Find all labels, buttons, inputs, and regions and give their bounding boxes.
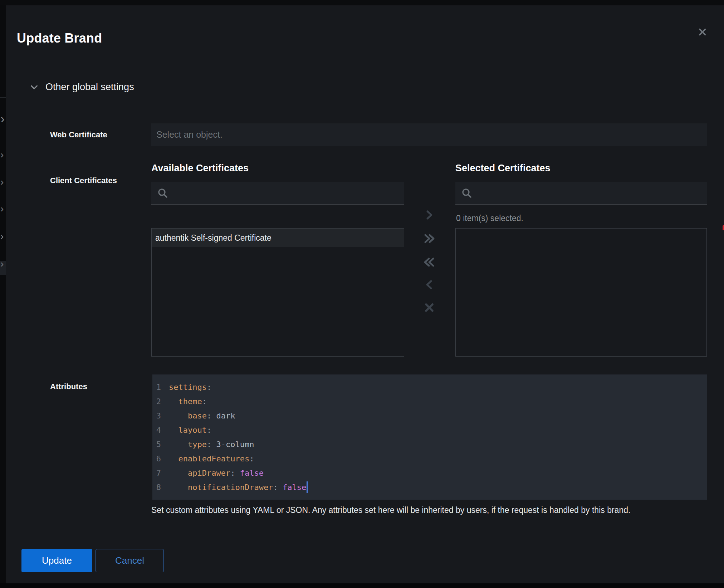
code-line: 3 base: dark xyxy=(152,409,707,423)
line-number: 5 xyxy=(152,437,169,452)
line-number: 2 xyxy=(152,395,169,409)
selected-certificates-title: Selected Certificates xyxy=(455,163,551,174)
code-text: layout: xyxy=(169,423,211,437)
code-line: 5 type: 3-column xyxy=(152,437,707,452)
move-all-right-button[interactable] xyxy=(419,228,440,249)
available-certificate-item[interactable]: authentik Self-signed Certificate xyxy=(152,229,404,247)
chevron-fragment-icon: › xyxy=(0,260,4,268)
chevron-down-icon xyxy=(31,85,38,89)
attributes-help-text: Set custom attributes using YAML or JSON… xyxy=(151,505,709,515)
line-number: 8 xyxy=(152,480,169,495)
chevrons-left-icon xyxy=(423,256,435,268)
chevron-fragment-icon: › xyxy=(0,116,5,123)
code-line: 2 theme: xyxy=(152,395,707,409)
code-text: type: 3-column xyxy=(169,437,254,452)
section-label: Other global settings xyxy=(45,82,134,93)
chevron-right-icon xyxy=(423,209,435,221)
close-icon xyxy=(698,28,706,36)
code-text: base: dark xyxy=(169,409,235,423)
backdrop-left-strip: › › › › › › xyxy=(0,5,6,583)
attributes-label: Attributes xyxy=(50,382,87,391)
backdrop-bottom-strip xyxy=(0,583,724,588)
web-certificate-select-input[interactable] xyxy=(151,123,707,146)
code-text: apiDrawer: false xyxy=(169,466,264,480)
text-caret xyxy=(307,481,308,493)
backdrop-top-strip xyxy=(0,0,724,5)
available-certificates-title: Available Certificates xyxy=(151,163,249,174)
modal-title: Update Brand xyxy=(17,31,102,46)
chevron-fragment-icon: › xyxy=(0,233,4,240)
line-number: 3 xyxy=(152,409,169,423)
move-selected-left-button[interactable] xyxy=(419,274,440,295)
line-number: 7 xyxy=(152,466,169,480)
code-line: 1settings: xyxy=(152,380,707,395)
move-all-left-button[interactable] xyxy=(419,252,440,273)
client-certificates-label: Client Certificates xyxy=(50,176,117,185)
update-button[interactable]: Update xyxy=(21,549,92,572)
available-search-box xyxy=(151,182,404,205)
available-certificates-list[interactable]: authentik Self-signed Certificate xyxy=(151,228,404,357)
line-number: 1 xyxy=(152,380,169,395)
code-text: theme: xyxy=(169,395,207,409)
code-text: notificationDrawer: false xyxy=(169,480,308,495)
code-line: 6 enabledFeatures: xyxy=(152,452,707,466)
cross-icon xyxy=(423,302,435,314)
line-number: 4 xyxy=(152,423,169,437)
chevron-fragment-icon: › xyxy=(0,205,4,212)
backdrop-danger-marker xyxy=(723,225,724,230)
code-line: 7 apiDrawer: false xyxy=(152,466,707,480)
selected-search-input[interactable] xyxy=(472,182,707,205)
section-other-global-settings[interactable]: Other global settings xyxy=(31,82,134,93)
backdrop-row-divider xyxy=(0,97,6,98)
selected-count-status: 0 item(s) selected. xyxy=(456,214,523,223)
code-text: enabledFeatures: xyxy=(169,452,254,466)
update-brand-modal: › › › › › › Update Brand Other global se… xyxy=(0,0,724,588)
code-line: 4 layout: xyxy=(152,423,707,437)
selected-search-box xyxy=(455,182,707,205)
chevrons-right-icon xyxy=(423,232,435,245)
search-icon xyxy=(461,188,472,199)
code-line: 8 notificationDrawer: false xyxy=(152,480,707,495)
cancel-button[interactable]: Cancel xyxy=(96,549,164,572)
chevron-left-icon xyxy=(423,279,435,291)
backdrop-row-divider xyxy=(0,282,6,282)
available-search-input[interactable] xyxy=(168,182,404,205)
clear-selection-button[interactable] xyxy=(419,297,440,318)
selected-certificates-list[interactable] xyxy=(455,228,707,357)
attributes-code-editor[interactable]: 1settings:2 theme:3 base: dark4 layout:5… xyxy=(152,374,707,500)
web-certificate-label: Web Certificate xyxy=(50,130,107,139)
close-button[interactable] xyxy=(695,25,709,39)
line-number: 6 xyxy=(152,452,169,466)
chevron-fragment-icon: › xyxy=(0,178,4,186)
chevron-fragment-icon: › xyxy=(0,151,4,158)
move-selected-right-button[interactable] xyxy=(419,205,440,225)
code-text: settings: xyxy=(169,380,211,395)
search-icon xyxy=(157,188,168,199)
